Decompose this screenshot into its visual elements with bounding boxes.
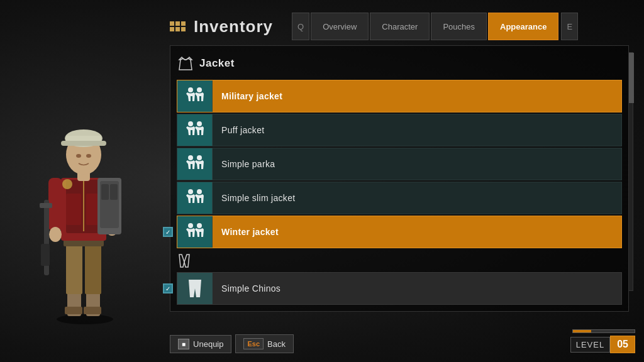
svg-point-36 bbox=[188, 155, 193, 160]
jacket-section-title: Jacket bbox=[199, 57, 235, 70]
svg-rect-6 bbox=[85, 244, 101, 294]
svg-rect-5 bbox=[66, 244, 82, 294]
tabs: Q Overview Character Pouches Appearance … bbox=[292, 13, 578, 40]
svg-rect-3 bbox=[65, 307, 82, 314]
svg-point-39 bbox=[197, 189, 202, 194]
esc-key: Esc bbox=[243, 338, 264, 349]
character-area bbox=[0, 0, 170, 362]
item-thumb-simple-slim-jacket bbox=[177, 182, 213, 214]
item-name-puff-jacket: Puff jacket bbox=[213, 125, 264, 135]
svg-rect-28 bbox=[110, 184, 118, 200]
winter-jacket-checkmark bbox=[163, 227, 173, 237]
pants-section: Simple Chinos bbox=[177, 252, 622, 305]
item-thumb-winter-jacket bbox=[177, 216, 213, 248]
level-label: LEVEL bbox=[570, 337, 610, 353]
pants-section-header bbox=[177, 252, 622, 270]
back-label: Back bbox=[267, 339, 286, 349]
back-button[interactable]: Esc Back bbox=[235, 334, 293, 353]
svg-point-32 bbox=[188, 87, 193, 92]
item-simple-parka[interactable]: Simple parka bbox=[177, 148, 622, 180]
main-panel: Inventory Q Overview Character Pouches A… bbox=[170, 13, 629, 352]
svg-point-38 bbox=[188, 189, 193, 194]
bottom-bar: ■ Unequip Esc Back bbox=[170, 334, 294, 353]
chinos-checkmark bbox=[163, 283, 173, 293]
svg-point-40 bbox=[188, 223, 193, 228]
item-name-winter-jacket: Winter jacket bbox=[213, 227, 279, 237]
level-number: 05 bbox=[610, 336, 635, 353]
tab-e[interactable]: E bbox=[561, 13, 578, 40]
level-area: LEVEL 05 bbox=[570, 329, 635, 353]
item-military-jacket[interactable]: Military jacket bbox=[177, 80, 622, 112]
pants-icon bbox=[177, 253, 192, 268]
svg-rect-10 bbox=[66, 194, 81, 225]
svg-point-33 bbox=[197, 87, 202, 92]
svg-point-35 bbox=[197, 121, 202, 126]
inventory-title: Inventory bbox=[194, 17, 273, 36]
svg-rect-4 bbox=[84, 307, 101, 314]
item-thumb-puff-jacket bbox=[177, 114, 213, 146]
tab-pouches[interactable]: Pouches bbox=[431, 13, 487, 40]
xp-bar-fill bbox=[573, 330, 591, 332]
svg-rect-30 bbox=[40, 203, 52, 208]
item-thumb-simple-chinos bbox=[177, 273, 213, 304]
item-name-simple-slim-jacket: Simple slim jacket bbox=[213, 193, 295, 203]
svg-rect-22 bbox=[61, 141, 106, 146]
svg-point-16 bbox=[49, 227, 62, 242]
jacket-section-header: Jacket bbox=[177, 52, 622, 75]
item-simple-slim-jacket[interactable]: Simple slim jacket bbox=[177, 182, 622, 214]
scrollbar-thumb[interactable] bbox=[629, 53, 634, 103]
level-display: LEVEL 05 bbox=[570, 336, 635, 353]
item-name-simple-parka: Simple parka bbox=[213, 159, 275, 169]
svg-point-13 bbox=[62, 179, 72, 189]
unequip-label: Unequip bbox=[193, 339, 223, 349]
tab-overview[interactable]: Overview bbox=[311, 13, 369, 40]
xp-bar-container bbox=[572, 329, 635, 333]
pants-item-list: Simple Chinos bbox=[177, 272, 622, 305]
scrollbar-track[interactable] bbox=[628, 52, 633, 291]
content-area: Jacket bbox=[170, 45, 629, 312]
tab-character[interactable]: Character bbox=[370, 13, 430, 40]
header: Inventory Q Overview Character Pouches A… bbox=[170, 13, 629, 40]
tab-appearance[interactable]: Appearance bbox=[488, 13, 558, 40]
item-name-simple-chinos: Simple Chinos bbox=[213, 283, 280, 293]
item-puff-jacket[interactable]: Puff jacket bbox=[177, 114, 622, 146]
svg-point-41 bbox=[197, 223, 202, 228]
svg-rect-27 bbox=[101, 184, 109, 200]
unequip-key: ■ bbox=[178, 339, 189, 349]
tab-q[interactable]: Q bbox=[292, 13, 309, 40]
svg-point-34 bbox=[188, 121, 193, 126]
svg-point-0 bbox=[57, 314, 113, 324]
jacket-icon bbox=[177, 55, 194, 72]
item-name-military-jacket: Military jacket bbox=[213, 91, 282, 101]
item-thumb-simple-parka bbox=[177, 148, 213, 180]
svg-point-37 bbox=[197, 155, 202, 160]
character-figure bbox=[35, 62, 135, 326]
svg-point-24 bbox=[86, 154, 91, 158]
item-simple-chinos[interactable]: Simple Chinos bbox=[177, 272, 622, 305]
unequip-button[interactable]: ■ Unequip bbox=[170, 335, 231, 353]
svg-point-23 bbox=[76, 154, 81, 158]
item-thumb-military-jacket bbox=[177, 80, 213, 112]
item-winter-jacket[interactable]: Winter jacket bbox=[177, 216, 622, 248]
svg-rect-31 bbox=[41, 244, 50, 266]
inventory-icon bbox=[170, 20, 187, 33]
jacket-item-list: Military jacket bbox=[177, 80, 622, 248]
